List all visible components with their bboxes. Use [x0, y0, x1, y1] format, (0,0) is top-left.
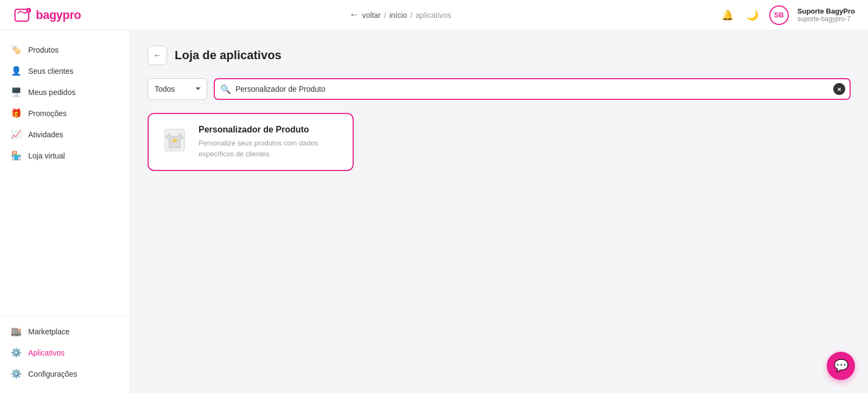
- category-filter-select[interactable]: Todos Instalados Gratuitos Pagos: [148, 78, 207, 100]
- search-input[interactable]: [214, 78, 851, 100]
- sidebar: 🏷️ Produtos 👤 Seus clientes 🖥️ Meus pedi…: [0, 30, 130, 393]
- user-username: suporte-bagypro-7: [797, 15, 855, 23]
- breadcrumb-inicio[interactable]: início: [390, 11, 407, 20]
- sidebar-item-promocoes[interactable]: 🎁 Promoções: [0, 103, 130, 124]
- products-icon: 🏷️: [11, 45, 22, 55]
- sidebar-item-atividades[interactable]: 📈 Atividades: [0, 124, 130, 145]
- page-back-button[interactable]: ←: [148, 46, 167, 65]
- orders-icon: 🖥️: [11, 87, 22, 97]
- sidebar-item-loja-virtual[interactable]: 🏪 Loja virtual: [0, 145, 130, 166]
- search-wrapper: 🔍 ×: [214, 78, 851, 100]
- chat-button[interactable]: 💬: [827, 352, 855, 380]
- chat-icon: 💬: [834, 359, 848, 373]
- breadcrumb-current: aplicativos: [416, 11, 451, 20]
- logo-text: bagypro: [36, 8, 81, 22]
- app-name: Personalizador de Produto: [199, 125, 342, 135]
- marketplace-icon: 🏬: [11, 326, 22, 337]
- main-content: ← Loja de aplicativos Todos Instalados G…: [130, 30, 868, 393]
- bell-icon: 🔔: [722, 10, 733, 21]
- back-arrow-icon: ←: [153, 50, 162, 60]
- page-header: ← Loja de aplicativos: [148, 46, 851, 65]
- breadcrumb-sep2: /: [410, 11, 412, 20]
- svg-text:+: +: [28, 9, 30, 12]
- dark-mode-button[interactable]: 🌙: [744, 7, 761, 23]
- sidebar-label-clientes: Seus clientes: [28, 67, 73, 75]
- search-clear-button[interactable]: ×: [833, 83, 845, 95]
- logo-icon: +: [13, 5, 33, 25]
- user-info: Suporte BagyPro suporte-bagypro-7: [797, 7, 855, 23]
- app-card-personalizador[interactable]: Personalizador de Produto Personalize se…: [148, 113, 354, 171]
- sidebar-item-configuracoes[interactable]: ⚙️ Configurações: [0, 363, 130, 384]
- logo-area: + bagypro: [13, 5, 81, 25]
- sidebar-item-clientes[interactable]: 👤 Seus clientes: [0, 60, 130, 81]
- breadcrumb-sep1: /: [384, 11, 386, 20]
- breadcrumb-back-label[interactable]: voltar: [362, 11, 381, 20]
- close-icon: ×: [837, 85, 841, 93]
- sidebar-item-aplicativos[interactable]: ⚙️ Aplicativos: [0, 342, 130, 363]
- svg-rect-4: [173, 139, 177, 142]
- tshirt-icon: [162, 127, 188, 153]
- main-layout: 🏷️ Produtos 👤 Seus clientes 🖥️ Meus pedi…: [0, 30, 868, 393]
- sidebar-item-marketplace[interactable]: 🏬 Marketplace: [0, 321, 130, 342]
- sidebar-label-atividades: Atividades: [28, 130, 63, 139]
- search-icon: 🔍: [220, 84, 231, 94]
- app-description: Personalize seus produtos com dados espe…: [199, 138, 342, 159]
- store-icon: 🏪: [11, 150, 22, 161]
- app-icon-wrapper: [159, 125, 190, 155]
- sidebar-bottom-section: 🏬 Marketplace ⚙️ Aplicativos ⚙️ Configur…: [0, 316, 130, 384]
- filter-row: Todos Instalados Gratuitos Pagos 🔍 ×: [148, 78, 851, 100]
- moon-icon: 🌙: [746, 10, 758, 21]
- sidebar-label-marketplace: Marketplace: [28, 327, 69, 336]
- apps-grid: Personalizador de Produto Personalize se…: [148, 113, 851, 171]
- top-header: + bagypro ← voltar / início / aplicativo…: [0, 0, 868, 30]
- sidebar-item-produtos[interactable]: 🏷️ Produtos: [0, 39, 130, 60]
- avatar: SB: [769, 5, 789, 25]
- settings-icon: ⚙️: [11, 369, 22, 379]
- activities-icon: 📈: [11, 129, 22, 140]
- notifications-button[interactable]: 🔔: [719, 7, 736, 23]
- clients-icon: 👤: [11, 66, 22, 76]
- app-info: Personalizador de Produto Personalize se…: [199, 125, 342, 159]
- breadcrumb-back-link[interactable]: ←: [349, 9, 359, 21]
- apps-icon: ⚙️: [11, 347, 22, 358]
- header-right: 🔔 🌙 SB Suporte BagyPro suporte-bagypro-7: [719, 5, 855, 25]
- sidebar-label-aplicativos: Aplicativos: [28, 348, 65, 357]
- sidebar-label-pedidos: Meus pedidos: [28, 88, 75, 97]
- sidebar-item-pedidos[interactable]: 🖥️ Meus pedidos: [0, 81, 130, 103]
- breadcrumb: ← voltar / início / aplicativos: [349, 9, 451, 21]
- sidebar-main-section: 🏷️ Produtos 👤 Seus clientes 🖥️ Meus pedi…: [0, 39, 130, 316]
- sidebar-label-produtos: Produtos: [28, 46, 59, 54]
- sidebar-label-promocoes: Promoções: [28, 109, 67, 118]
- page-title: Loja de aplicativos: [175, 48, 282, 62]
- sidebar-label-configuracoes: Configurações: [28, 370, 77, 378]
- promotions-icon: 🎁: [11, 108, 22, 118]
- sidebar-label-loja: Loja virtual: [28, 151, 65, 160]
- user-name: Suporte BagyPro: [797, 7, 855, 15]
